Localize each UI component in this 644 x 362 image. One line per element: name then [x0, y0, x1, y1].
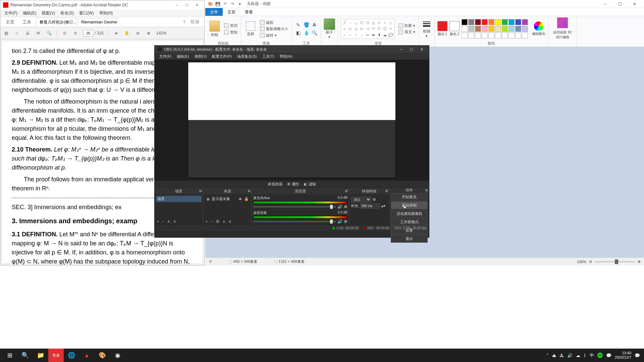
minimize-button[interactable]: ─: [397, 46, 406, 52]
scene-item[interactable]: 场景: [156, 196, 202, 202]
search-button[interactable]: 🔍: [17, 349, 33, 362]
app-button[interactable]: 有道: [48, 349, 64, 362]
zoom-out-button[interactable]: ⊖: [589, 259, 592, 264]
palette-swatch[interactable]: [475, 33, 481, 39]
tray-up-icon[interactable]: ˄: [546, 353, 549, 358]
filters-button[interactable]: ◐滤镜: [304, 182, 316, 187]
clock[interactable]: 13:40 2020/12/7: [615, 351, 631, 360]
visibility-icon[interactable]: 👁: [238, 197, 242, 201]
palette-swatch[interactable]: [482, 19, 488, 25]
search-icon[interactable]: 🔍: [46, 30, 52, 36]
select-button[interactable]: 选择: [244, 21, 257, 37]
volume-slider[interactable]: [253, 206, 336, 207]
tray-volume-icon[interactable]: 🔊: [567, 353, 573, 358]
start-record-button[interactable]: 开始录制: [391, 201, 428, 209]
tray-wechat-icon[interactable]: 💬: [606, 353, 611, 358]
palette-swatch[interactable]: [482, 26, 488, 32]
minimize-button[interactable]: ─: [172, 2, 181, 8]
palette-swatch[interactable]: [502, 26, 508, 32]
shapes-gallery[interactable]: ╱⟋◡⬠⬡△◇○□ ○◇△▷◁▽⬠⬡☆ →←↑↓⬄⬌⬍☁💬: [341, 19, 394, 39]
acrobat-button[interactable]: ▲: [79, 349, 95, 362]
maximize-button[interactable]: ☐: [182, 2, 192, 8]
close-button[interactable]: ✕: [417, 46, 426, 52]
brush-button[interactable]: 刷子▾: [324, 18, 335, 39]
hand-icon[interactable]: ✋: [124, 30, 130, 36]
paint3d-icon[interactable]: [557, 17, 568, 28]
popout-icon[interactable]: ⧉: [385, 189, 388, 193]
maximize-button[interactable]: ☐: [407, 46, 416, 52]
up-button[interactable]: ∧: [222, 219, 226, 224]
popout-icon[interactable]: ⧉: [345, 189, 347, 193]
palette-swatch[interactable]: [522, 26, 528, 32]
tray-network-icon[interactable]: 🖧: [559, 353, 564, 358]
remove-button[interactable]: −: [162, 219, 165, 224]
duration-input[interactable]: [360, 203, 380, 208]
star-icon[interactable]: ☆: [14, 30, 20, 36]
redo-icon[interactable]: ↷: [229, 1, 235, 7]
menu-tools[interactable]: 工具(T): [260, 53, 276, 60]
tray-bluetooth-icon[interactable]: ᛒ: [584, 353, 586, 358]
palette-swatch[interactable]: [508, 26, 515, 32]
palette-swatch[interactable]: [462, 33, 468, 39]
print-icon[interactable]: 🖨: [24, 30, 31, 36]
volume-slider[interactable]: [253, 221, 336, 222]
palette-swatch[interactable]: [462, 26, 468, 32]
popout-icon[interactable]: ⧉: [199, 189, 202, 193]
view-tab[interactable]: 查看: [240, 8, 258, 16]
fill-button[interactable]: 填充▾: [398, 29, 416, 35]
save-icon[interactable]: 💾: [215, 1, 221, 7]
menu-view[interactable]: 视图(V): [193, 53, 209, 60]
page-down-icon[interactable]: ⊙: [72, 30, 78, 36]
size-button[interactable]: 粗细▾: [422, 19, 432, 38]
text-icon[interactable]: A: [311, 21, 318, 28]
tray-usb-icon[interactable]: ⏏: [552, 353, 556, 358]
sidebar-icon[interactable]: ▤: [3, 30, 9, 36]
eraser-icon[interactable]: ◧: [294, 29, 302, 37]
palette-swatch[interactable]: [515, 19, 521, 25]
down-button[interactable]: ∨: [228, 219, 232, 224]
palette-swatch[interactable]: [515, 33, 521, 39]
chrome-button[interactable]: 🌐: [64, 349, 79, 362]
zoom-in-button[interactable]: ⊕: [638, 259, 641, 264]
close-button[interactable]: ✕: [627, 0, 642, 8]
palette-swatch[interactable]: [515, 26, 521, 32]
popout-icon[interactable]: ⧉: [425, 188, 428, 192]
start-button[interactable]: ⊞: [2, 349, 17, 362]
pencil-icon[interactable]: ✎: [294, 21, 302, 28]
home-tab[interactable]: 主页: [223, 8, 240, 16]
page-up-icon[interactable]: ⊙: [62, 30, 68, 36]
color1-button[interactable]: 颜色 1: [437, 21, 447, 37]
login-button[interactable]: 登录: [190, 19, 200, 25]
menu-file[interactable]: 文件(F): [157, 53, 173, 60]
copy-button[interactable]: 复制: [223, 29, 238, 35]
remove-button[interactable]: −: [211, 219, 213, 224]
palette-swatch[interactable]: [502, 33, 508, 39]
menu-profile[interactable]: 配置文件(P): [210, 53, 234, 60]
picker-icon[interactable]: 💧: [303, 29, 310, 37]
tray-ime-icon[interactable]: 中: [590, 352, 594, 358]
add-button[interactable]: +: [205, 219, 208, 224]
color2-button[interactable]: 颜色 2: [449, 21, 460, 37]
add-button[interactable]: +: [157, 219, 159, 224]
edit-colors-button[interactable]: 编辑颜色: [532, 21, 545, 36]
gear-icon[interactable]: ⚙: [216, 219, 220, 224]
start-stream-button[interactable]: 开始推流: [391, 193, 428, 201]
menu-sign[interactable]: 签名(S): [58, 10, 76, 17]
transition-select[interactable]: 淡出: [351, 197, 371, 202]
zoom-level[interactable]: 142%: [156, 31, 167, 36]
palette-swatch[interactable]: [495, 26, 501, 32]
close-button[interactable]: ✕: [192, 2, 202, 8]
resize-button[interactable]: 重新调整大小: [259, 26, 289, 32]
explorer-button[interactable]: 📁: [33, 349, 48, 362]
source-item[interactable]: 🖥 显示器采集 👁 🔓: [205, 196, 250, 202]
studio-mode-button[interactable]: 工作室模式: [391, 218, 428, 226]
menu-scenes[interactable]: 场景集合(S): [235, 53, 259, 60]
palette-swatch[interactable]: [508, 33, 515, 39]
mail-icon[interactable]: ✉: [35, 30, 41, 36]
palette-swatch[interactable]: [488, 33, 494, 39]
maximize-button[interactable]: ☐: [612, 0, 627, 8]
gear-icon[interactable]: ⚙: [344, 219, 347, 224]
gear-icon[interactable]: ⚙: [373, 197, 376, 202]
zoom-in-icon[interactable]: ⊕: [146, 30, 152, 36]
paint-button[interactable]: 🎨: [95, 349, 110, 362]
